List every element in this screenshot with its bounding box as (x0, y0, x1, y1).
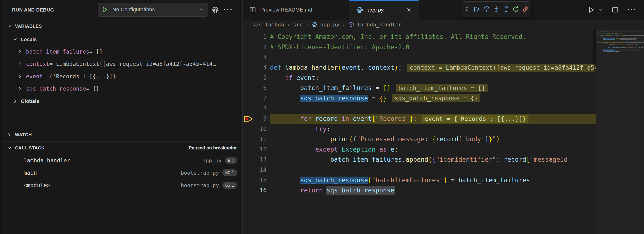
debug-toolbar (461, 1, 531, 17)
gutter-line-5[interactable]: 5 (242, 73, 267, 83)
gutter-line-2[interactable]: 2 (242, 42, 267, 52)
code-line-15[interactable]: sqs_batch_response["batchItemFailures"] … (270, 175, 596, 185)
inline-debug-hint: context = LambdaContext([aws_request_id=… (407, 64, 596, 72)
more-actions-icon[interactable]: ··· (223, 0, 234, 20)
breadcrumb-item-symbol[interactable]: lambda_handler (357, 22, 402, 28)
more-actions-icon[interactable]: ··· (628, 6, 637, 13)
watch-header-label: WATCH (15, 132, 32, 137)
frame-name: lambda_handler (24, 157, 70, 164)
call-stack-frame[interactable]: mainbootstrap.py60:1 (2, 167, 242, 179)
code-line-9[interactable]: for record in event["Records"]:event = {… (270, 114, 596, 124)
code-line-16[interactable]: return sqs_batch_response (270, 185, 596, 196)
call-stack-frame[interactable]: lambda_handlerapp.py9:1 (2, 155, 242, 166)
inline-debug-hint: sqs_batch_response = {} (392, 94, 480, 102)
gutter-line-7[interactable]: 7 (242, 93, 267, 104)
gutter-line-13[interactable]: 13 (242, 154, 267, 165)
variable-row-context[interactable]: context = LambdaContext([aws_request_id=… (2, 59, 242, 69)
code-line-3[interactable] (270, 52, 596, 62)
chevron-right-icon (17, 86, 22, 91)
editor-gutter[interactable]: 12345678 910111213141516 (242, 32, 267, 196)
code-line-4[interactable]: def lambda_handler(event, context):conte… (270, 62, 596, 73)
code-lines: # Copyright Amazon.com, Inc. or its affi… (270, 32, 596, 196)
code-line-7[interactable]: sqs_batch_response = {}sqs_batch_respons… (270, 93, 596, 104)
run-dropdown-chevron-icon[interactable] (598, 7, 603, 12)
inline-debug-hint: batch_item_failures = [] (620, 38, 637, 39)
tab-app-py[interactable]: app.py (350, 0, 419, 20)
watch-section-header[interactable]: WATCH (2, 128, 242, 141)
run-icon[interactable] (588, 6, 595, 13)
debug-config-dropdown[interactable]: No Configurations (98, 3, 208, 16)
code-line-2[interactable]: # SPDX-License-Identifier: Apache-2.0 (270, 42, 596, 52)
call-stack-frame[interactable]: <module>bootstrap.py63:1 (2, 179, 242, 191)
step-over-icon[interactable] (482, 5, 491, 13)
start-debugging-icon[interactable] (101, 6, 108, 13)
continue-icon[interactable] (473, 5, 481, 13)
gutter-line-9[interactable]: 9 (242, 114, 267, 124)
code-line-5[interactable]: if event: (270, 73, 596, 83)
breadcrumb: sqs-lambda › src › app.py › lambda_handl… (242, 20, 644, 29)
editor-actions: ··· (588, 0, 644, 20)
chevron-down-icon (198, 7, 204, 12)
breadcrumb-item-folder[interactable]: src (293, 22, 303, 28)
code-line-10[interactable]: try: (270, 124, 596, 134)
code-line-1[interactable]: # Copyright Amazon.com, Inc. or its affi… (270, 32, 596, 42)
close-icon[interactable] (406, 7, 412, 13)
chevron-right-icon (17, 61, 22, 67)
paused-status-badge: Paused on breakpoint (189, 145, 236, 151)
code-line-12[interactable]: except Exception as e: (270, 144, 596, 155)
gutter-line-6[interactable]: 6 (242, 83, 267, 93)
code-line-13: batch_item_failures.append({"itemIdentif… (597, 47, 644, 48)
frame-position-badge: 60:1 (222, 169, 237, 176)
gutter-line-11[interactable]: 11 (242, 134, 267, 144)
scope-globals[interactable]: Globals (2, 96, 242, 107)
gutter-line-14[interactable]: 14 (242, 165, 267, 175)
drag-handle-icon[interactable] (463, 5, 471, 13)
variable-row-sqs_batch_response[interactable]: sqs_batch_response = {} (2, 83, 242, 94)
vscode-window: RUN AND DEBUG No Configurations ··· VA (0, 0, 644, 234)
call-stack-section-header[interactable]: CALL STACK Paused on breakpoint (2, 142, 242, 154)
chevron-down-icon (12, 37, 18, 42)
restart-icon[interactable] (512, 5, 520, 13)
breadcrumb-item-file[interactable]: app.py (320, 22, 339, 28)
step-into-icon[interactable] (492, 5, 500, 13)
code-line-6[interactable]: batch_item_failures = []batch_item_failu… (270, 83, 596, 93)
debug-config-label: No Configurations (112, 6, 155, 13)
call-stack-header-label: CALL STACK (15, 145, 45, 151)
gutter-line-3[interactable]: 3 (242, 52, 267, 62)
inline-debug-hint: batch_item_failures = [] (396, 84, 488, 92)
scope-globals-label: Globals (21, 98, 39, 104)
python-icon (312, 22, 318, 27)
tab-preview-readme[interactable]: Preview README.md (242, 0, 350, 20)
chevron-right-icon (7, 132, 12, 137)
gutter-line-8[interactable]: 8 (242, 103, 267, 114)
split-editor-icon[interactable] (612, 6, 619, 13)
gutter-line-4[interactable]: 4 (242, 62, 267, 73)
scope-locals-label: Locals (21, 36, 37, 42)
variable-row-batch_item_failures[interactable]: batch_item_failures = [] (2, 46, 242, 57)
python-icon (356, 6, 364, 13)
chevron-right-icon (12, 99, 18, 104)
frame-file: app.py (202, 158, 222, 164)
variables-section-header[interactable]: VARIABLES (2, 21, 242, 31)
gutter-line-12[interactable]: 12 (242, 144, 267, 155)
code-line-11[interactable]: print(f"Processed message: {record['body… (270, 134, 596, 144)
chevron-down-icon (7, 23, 12, 29)
step-out-icon[interactable] (502, 5, 510, 13)
code-line-14[interactable] (270, 165, 596, 175)
gutter-line-1[interactable]: 1 (242, 32, 267, 42)
breadcrumb-item-folder[interactable]: sqs-lambda (252, 22, 284, 28)
code-editor[interactable]: 12345678 910111213141516 # Copyright Ama… (242, 29, 596, 234)
gutter-line-10[interactable]: 10 (242, 124, 267, 134)
sidebar-title: RUN AND DEBUG (12, 0, 54, 20)
variable-row-event[interactable]: event = {'Records': [{...}]} (2, 71, 242, 82)
minimap[interactable]: # Copyright Amazon.com, Inc. or its affi… (596, 29, 644, 234)
gutter-line-15[interactable]: 15 (242, 175, 267, 185)
disconnect-icon[interactable] (522, 5, 530, 13)
code-line-8[interactable] (270, 103, 596, 114)
gutter-line-16[interactable]: 16 (242, 185, 267, 196)
scope-locals[interactable]: Locals (2, 34, 242, 45)
code-line-13[interactable]: batch_item_failures.append({"itemIdentif… (270, 154, 596, 165)
breakpoint-current-line-icon[interactable] (244, 115, 253, 122)
settings-gear-icon[interactable] (210, 0, 221, 20)
frame-file: bootstrap.py (181, 170, 219, 176)
